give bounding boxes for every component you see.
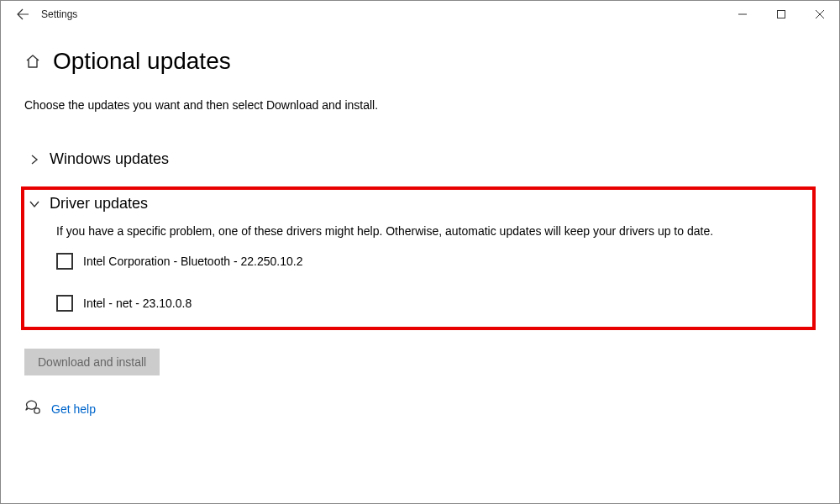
- update-label: Intel Corporation - Bluetooth - 22.250.1…: [83, 255, 303, 268]
- page-title: Optional updates: [53, 48, 231, 75]
- get-help-link[interactable]: Get help: [51, 402, 96, 416]
- maximize-button[interactable]: [762, 1, 801, 28]
- minimize-icon: [738, 10, 747, 18]
- update-item: Intel Corporation - Bluetooth - 22.250.1…: [56, 253, 806, 270]
- update-item: Intel - net - 23.10.0.8: [56, 295, 806, 312]
- driver-updates-highlight: Driver updates If you have a specific pr…: [21, 186, 816, 330]
- page-description: Choose the updates you want and then sel…: [24, 98, 816, 112]
- close-icon: [816, 10, 824, 18]
- window-title: Settings: [41, 8, 77, 20]
- update-checkbox[interactable]: [56, 253, 73, 270]
- section-label: Windows updates: [50, 150, 169, 168]
- chevron-down-icon: [28, 197, 41, 211]
- windows-updates-section-header[interactable]: Windows updates: [28, 150, 816, 168]
- update-label: Intel - net - 23.10.0.8: [83, 297, 192, 310]
- back-button[interactable]: [6, 1, 39, 28]
- arrow-left-icon: [16, 8, 29, 21]
- minimize-button[interactable]: [723, 1, 762, 28]
- help-icon: [24, 399, 41, 418]
- svg-point-1: [34, 408, 39, 413]
- section-label: Driver updates: [50, 195, 148, 213]
- chevron-right-icon: [28, 153, 41, 166]
- svg-rect-0: [778, 11, 785, 18]
- driver-updates-section-header[interactable]: Driver updates: [28, 195, 806, 213]
- driver-updates-description: If you have a specific problem, one of t…: [56, 224, 806, 238]
- download-install-button[interactable]: Download and install: [24, 349, 160, 375]
- titlebar: Settings: [1, 1, 839, 28]
- close-button[interactable]: [801, 1, 839, 28]
- home-icon: [24, 53, 41, 70]
- update-checkbox[interactable]: [56, 295, 73, 312]
- home-button[interactable]: [24, 53, 41, 70]
- maximize-icon: [777, 10, 785, 18]
